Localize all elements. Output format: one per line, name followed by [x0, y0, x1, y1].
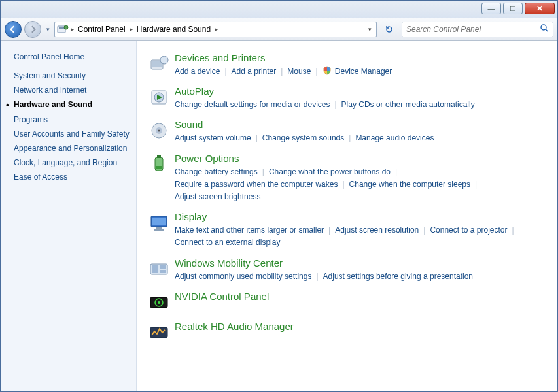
category-title[interactable]: AutoPlay: [175, 86, 544, 97]
sidebar-item[interactable]: Hardware and Sound: [14, 99, 131, 110]
category-title[interactable]: Realtek HD Audio Manager: [175, 321, 544, 332]
svg-rect-16: [156, 166, 162, 169]
search-icon[interactable]: [540, 24, 549, 35]
category: SoundAdjust system volume|Change system …: [148, 119, 544, 144]
search-box[interactable]: [402, 22, 553, 37]
category-title[interactable]: NVIDIA Control Panel: [175, 291, 544, 302]
search-input[interactable]: [406, 25, 540, 34]
svg-rect-20: [154, 229, 164, 231]
svg-rect-22: [152, 265, 158, 273]
separator: |: [395, 166, 397, 178]
svg-rect-6: [152, 61, 162, 67]
task-link[interactable]: Change when the computer sleeps: [349, 178, 470, 191]
category: AutoPlayChange default settings for medi…: [148, 86, 544, 111]
back-button[interactable]: [5, 21, 22, 38]
refresh-icon: [385, 25, 394, 34]
task-link[interactable]: Change battery settings: [175, 166, 258, 178]
category-icon: [148, 154, 169, 175]
task-link[interactable]: Adjust screen brightness: [175, 191, 260, 203]
svg-rect-23: [160, 265, 166, 269]
navigation-bar: ▾ ▸ Control Panel ▸ Hardware and Sound ▸…: [1, 18, 557, 41]
task-link[interactable]: Device Manager: [323, 65, 392, 78]
category-title[interactable]: Display: [175, 211, 544, 222]
separator: |: [281, 65, 283, 78]
content-area: Control Panel Home System and SecurityNe…: [1, 41, 557, 392]
location-icon: [56, 24, 69, 35]
forward-button[interactable]: [24, 21, 41, 38]
task-link[interactable]: Adjust commonly used mobility settings: [175, 270, 311, 283]
task-link[interactable]: Change what the power buttons do: [269, 166, 391, 178]
sidebar-item[interactable]: Ease of Access: [14, 172, 131, 182]
separator: |: [328, 224, 330, 237]
sidebar: Control Panel Home System and SecurityNe…: [1, 41, 137, 392]
task-link[interactable]: Mouse: [287, 65, 311, 78]
sidebar-item[interactable]: User Accounts and Family Safety: [14, 129, 131, 139]
task-link[interactable]: Adjust system volume: [175, 132, 251, 144]
separator: |: [512, 224, 514, 237]
category: Devices and PrintersAdd a device|Add a p…: [148, 52, 544, 78]
category-title[interactable]: Power Options: [175, 153, 544, 164]
separator: |: [262, 166, 264, 178]
task-link[interactable]: Make text and other items larger or smal…: [175, 224, 324, 237]
svg-rect-15: [157, 155, 161, 158]
sidebar-item[interactable]: Network and Internet: [14, 85, 131, 95]
category-links: Change default settings for media or dev…: [175, 99, 544, 111]
category-links: Change battery settings|Change what the …: [175, 166, 544, 204]
task-link[interactable]: Require a password when the computer wak…: [175, 178, 338, 191]
category: NVIDIA Control Panel: [148, 291, 544, 313]
task-link[interactable]: Adjust settings before giving a presenta…: [323, 270, 473, 283]
task-link[interactable]: Change system sounds: [262, 132, 344, 144]
separator: |: [315, 65, 317, 78]
separator: |: [334, 99, 336, 111]
sidebar-home-link[interactable]: Control Panel Home: [14, 52, 131, 61]
close-button[interactable]: ✕: [525, 3, 555, 14]
category: Power OptionsChange battery settings|Cha…: [148, 153, 544, 204]
category-links: Adjust system volume|Change system sound…: [175, 132, 544, 144]
svg-line-4: [546, 29, 548, 31]
sidebar-item[interactable]: Appearance and Personalization: [14, 143, 131, 154]
address-bar[interactable]: ▸ Control Panel ▸ Hardware and Sound ▸ ▾: [54, 22, 377, 37]
task-link[interactable]: Add a printer: [232, 65, 277, 78]
address-dropdown[interactable]: ▾: [364, 26, 375, 33]
category-icon: [148, 54, 169, 74]
chevron-right-icon[interactable]: ▸: [69, 25, 75, 33]
svg-point-3: [541, 25, 546, 30]
breadcrumb-control-panel[interactable]: Control Panel: [75, 25, 128, 34]
svg-point-13: [158, 130, 160, 132]
task-link[interactable]: Change default settings for media or dev…: [175, 99, 330, 111]
maximize-button[interactable]: ☐: [503, 3, 523, 14]
chevron-right-icon[interactable]: ▸: [128, 25, 134, 33]
chevron-right-icon[interactable]: ▸: [213, 25, 219, 33]
svg-point-27: [158, 301, 160, 304]
category-title[interactable]: Devices and Printers: [175, 52, 544, 63]
minimize-button[interactable]: —: [481, 3, 501, 14]
window-titlebar: — ☐ ✕: [1, 1, 557, 18]
category-icon: [148, 259, 169, 280]
arrow-right-icon: [29, 25, 37, 33]
task-link[interactable]: Adjust screen resolution: [335, 224, 419, 237]
refresh-button[interactable]: [381, 22, 396, 37]
category-title[interactable]: Sound: [175, 119, 544, 130]
separator: |: [475, 178, 477, 191]
svg-rect-19: [156, 227, 162, 229]
breadcrumb-hardware-sound[interactable]: Hardware and Sound: [134, 25, 213, 34]
shield-icon: [323, 66, 332, 75]
task-link[interactable]: Connect to an external display: [175, 237, 280, 249]
sidebar-item[interactable]: System and Security: [14, 71, 131, 81]
category-icon: [148, 292, 169, 313]
svg-point-2: [64, 25, 68, 29]
task-link[interactable]: Add a device: [175, 65, 220, 78]
svg-rect-1: [59, 27, 64, 29]
task-link[interactable]: Play CDs or other media automatically: [341, 99, 475, 111]
task-link[interactable]: Connect to a projector: [430, 224, 507, 237]
task-link[interactable]: Manage audio devices: [355, 132, 434, 144]
svg-point-7: [160, 56, 168, 64]
separator: |: [224, 65, 226, 78]
svg-rect-18: [152, 218, 166, 225]
nav-history-dropdown[interactable]: ▾: [44, 23, 52, 36]
category: Windows Mobility CenterAdjust commonly u…: [148, 257, 544, 283]
sidebar-item[interactable]: Clock, Language, and Region: [14, 157, 131, 168]
sidebar-item[interactable]: Programs: [14, 114, 131, 125]
category-title[interactable]: Windows Mobility Center: [175, 257, 544, 269]
category: DisplayMake text and other items larger …: [148, 211, 544, 249]
